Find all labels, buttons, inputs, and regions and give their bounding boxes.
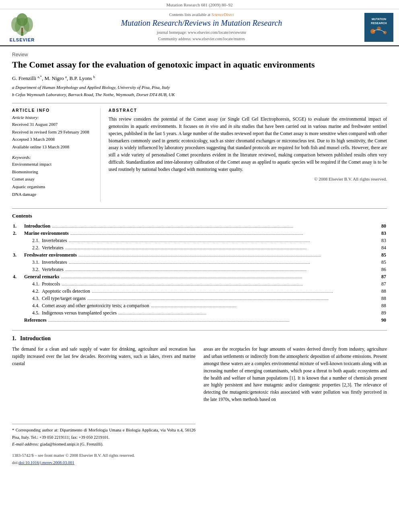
toc-page-45: 89	[381, 310, 386, 316]
toc-dots-21: ........................................…	[67, 238, 381, 244]
toc-dots-45: ........................................…	[117, 310, 381, 316]
toc-subnum-31: 3.1.	[32, 259, 39, 265]
toc-entry-1: Introduction ...........................…	[24, 223, 386, 229]
toc-entry-31: 3.1. Invertebrates .....................…	[24, 259, 386, 265]
toc-dots-31: ........................................…	[67, 259, 381, 265]
svg-point-4	[16, 13, 28, 26]
toc-page-42: 88	[381, 288, 386, 294]
toc-label-ref: References	[24, 317, 47, 323]
keyword-3: Comet assay	[12, 175, 94, 183]
toc-subnum-21: 2.1.	[32, 238, 39, 244]
toc-row-45: 4.5. Indigenous versus transplanted spec…	[12, 309, 387, 316]
keyword-2: Biomonitoring	[12, 168, 94, 176]
toc-page-ref: 90	[381, 317, 386, 323]
toc-label-31: Invertebrates	[42, 259, 67, 265]
toc-entry-41: 4.1. Protocols .........................…	[24, 281, 386, 287]
intro-para2: areas are the receptacles for huge amoun…	[204, 346, 387, 403]
doi-line: doi:doi:10.1016/j.mrrev.2008.03.001	[12, 459, 195, 466]
toc-subnum-32: 3.2.	[32, 267, 39, 273]
intro-header: 1. Introduction	[12, 335, 387, 342]
toc-label-43: Cell type/target organs	[42, 296, 86, 302]
keyword-1: Environmental impact	[12, 160, 94, 168]
toc-page-3: 85	[381, 252, 386, 258]
toc-entry-21: 2.1. Invertebrates .....................…	[24, 238, 386, 244]
journal-badge-area: MUTATIONRESEARCH	[363, 12, 395, 42]
toc-entry-45: 4.5. Indigenous versus transplanted spec…	[24, 310, 386, 316]
toc-subnum-44: 4.4.	[32, 303, 39, 309]
toc-label-32: Vertebrates	[42, 267, 64, 273]
toc-label-22: Vertebrates	[42, 245, 64, 251]
toc-entry-ref: References .............................…	[24, 317, 386, 323]
abstract-section: ABSTRACT This review considers the poten…	[109, 108, 387, 202]
sciencedirect-link[interactable]: ScienceDirect	[212, 12, 234, 17]
footnote-area: * Corresponding author at: Dipartimento …	[12, 424, 195, 466]
toc-page-4: 87	[381, 274, 386, 280]
toc-dots-3: ........................................…	[77, 252, 381, 258]
toc-dots-22: ........................................…	[64, 245, 381, 251]
toc-row-43: 4.3. Cell type/target organs ...........…	[12, 295, 387, 302]
keywords-list: Environmental impact Biomonitoring Comet…	[12, 160, 94, 198]
page: Mutation Research 681 (2009) 80–92 ELSEV…	[0, 0, 399, 532]
journal-urls: journal homepage: www.elsevier.com/locat…	[157, 29, 247, 42]
toc-dots-41: ........................................…	[60, 281, 381, 287]
citation-text: Mutation Research 681 (2009) 80–92	[167, 2, 233, 7]
toc-row-1: 1. Introduction ........................…	[12, 222, 387, 230]
badge-text: MUTATIONRESEARCH	[371, 17, 387, 25]
toc-page-31: 85	[381, 259, 386, 265]
toc-row-32: 3.2. Vertebrates .......................…	[12, 266, 387, 273]
toc-label-44: Comet assay and other genotoxicity tests…	[42, 303, 149, 309]
toc-entry-4: General remarks ........................…	[24, 274, 386, 280]
toc-page-2: 83	[381, 230, 386, 236]
toc-subnum-45: 4.5.	[32, 310, 39, 316]
copyright-line: © 2008 Elsevier B.V. All rights reserved…	[109, 177, 387, 181]
introduction-section: 1. Introduction The demand for a clean a…	[12, 330, 387, 466]
toc-label-21: Invertebrates	[42, 238, 67, 244]
toc-page-1: 80	[381, 223, 386, 229]
toc-label-41: Protocols	[42, 281, 60, 287]
toc-dots-ref: ........................................…	[47, 317, 381, 323]
revised-date: Received in revised form 29 February 200…	[12, 128, 94, 136]
sciencedirect-line: Contents lists available at ScienceDirec…	[169, 12, 234, 17]
toc-row-ref: References .............................…	[12, 316, 387, 324]
elsevier-logo: ELSEVIER	[8, 12, 36, 42]
article-info-title: ARTICLE INFO	[12, 108, 94, 113]
toc-row-31: 3.1. Invertebrates .....................…	[12, 259, 387, 266]
toc-page-43: 88	[381, 296, 386, 302]
info-abstract-section: ARTICLE INFO Article history: Received 3…	[12, 103, 387, 202]
toc-row-41: 4.1. Protocols .........................…	[12, 280, 387, 288]
toc-table: 1. Introduction ........................…	[12, 222, 387, 324]
affil2: b Cefas Weymouth Laboratory, Barrack Roa…	[12, 91, 387, 99]
toc-dots-44: ........................................…	[149, 303, 381, 309]
issn-line: 1383-5742/$ – see front matter © 2008 El…	[12, 452, 195, 459]
toc-subnum-22: 2.2.	[32, 245, 39, 251]
contents-title: Contents	[12, 213, 387, 219]
toc-subnum-43: 4.3.	[32, 296, 39, 302]
mutation-badge: MUTATIONRESEARCH	[364, 13, 393, 42]
bottom-info: 1383-5742/$ – see front matter © 2008 El…	[12, 452, 195, 466]
contents-section: Contents 1. Introduction ...............…	[12, 208, 387, 324]
toc-dots-1: ........................................…	[50, 223, 381, 229]
history-subsection: Article history: Received 31 August 2007…	[12, 115, 94, 151]
toc-page-22: 84	[381, 245, 386, 251]
history-title: Article history:	[12, 115, 94, 120]
toc-dots-2: ........................................…	[69, 230, 381, 236]
toc-num-1: 1.	[12, 222, 23, 230]
journal-title: Mutation Research/Reviews in Mutation Re…	[121, 18, 282, 28]
toc-entry-44: 4.4. Comet assay and other genotoxicity …	[24, 303, 386, 309]
footnote2: E-mail address: giada@biomed.unipi.it (G…	[12, 441, 195, 448]
abstract-text: This review considers the potential of t…	[109, 116, 387, 173]
toc-label-1: Introduction	[24, 223, 50, 229]
toc-dots-43: ........................................…	[86, 296, 381, 302]
toc-entry-2: Marine environments ....................…	[24, 230, 386, 236]
available-date: Available online 13 March 2008	[12, 143, 94, 151]
footnotes: * Corresponding author at: Dipartimento …	[12, 424, 195, 448]
elsevier-tree-icon	[8, 12, 36, 37]
toc-label-4: General remarks	[24, 274, 59, 280]
toc-page-21: 83	[381, 238, 386, 244]
accepted-date: Accepted 3 March 2008	[12, 136, 94, 143]
authors-line: G. Frenzilli a,*, M. Nigro a, B.P. Lyons…	[12, 75, 387, 82]
citation-bar: Mutation Research 681 (2009) 80–92	[0, 0, 399, 9]
journal-header: ELSEVIER Contents lists available at Sci…	[0, 9, 399, 46]
elsevier-logo-area: ELSEVIER	[4, 12, 40, 42]
article-type: Review	[12, 52, 387, 58]
